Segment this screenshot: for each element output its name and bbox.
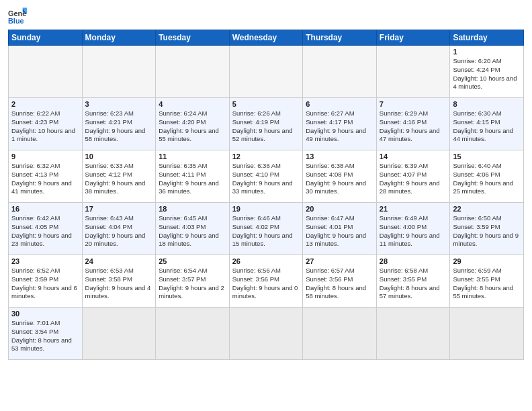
day-info: Sunrise: 6:50 AM Sunset: 3:59 PM Dayligh…	[453, 214, 521, 248]
calendar-day-empty	[229, 46, 303, 98]
day-number: 18	[159, 205, 226, 213]
day-number: 16	[11, 205, 79, 213]
day-info: Sunrise: 7:01 AM Sunset: 3:54 PM Dayligh…	[11, 319, 79, 353]
calendar-week-row: 23Sunrise: 6:52 AM Sunset: 3:59 PM Dayli…	[9, 255, 524, 308]
calendar-day-15: 15Sunrise: 6:40 AM Sunset: 4:06 PM Dayli…	[450, 150, 524, 203]
calendar-day-3: 3Sunrise: 6:23 AM Sunset: 4:21 PM Daylig…	[82, 98, 156, 150]
day-info: Sunrise: 6:42 AM Sunset: 4:05 PM Dayligh…	[11, 214, 79, 248]
calendar-day-empty	[229, 308, 303, 360]
day-info: Sunrise: 6:32 AM Sunset: 4:13 PM Dayligh…	[11, 162, 79, 196]
weekday-header-friday: Friday	[376, 30, 450, 46]
day-info: Sunrise: 6:20 AM Sunset: 4:24 PM Dayligh…	[453, 57, 521, 91]
day-number: 23	[11, 257, 79, 265]
day-number: 6	[306, 100, 373, 108]
calendar-day-18: 18Sunrise: 6:45 AM Sunset: 4:03 PM Dayli…	[156, 203, 230, 255]
calendar-day-17: 17Sunrise: 6:43 AM Sunset: 4:04 PM Dayli…	[82, 203, 156, 255]
calendar-day-empty	[156, 46, 230, 98]
day-info: Sunrise: 6:27 AM Sunset: 4:17 PM Dayligh…	[306, 109, 373, 144]
svg-text:Blue: Blue	[8, 17, 24, 25]
day-number: 21	[380, 205, 447, 213]
calendar-day-empty	[82, 46, 156, 98]
weekday-header-saturday: Saturday	[450, 30, 524, 46]
calendar-day-25: 25Sunrise: 6:54 AM Sunset: 3:57 PM Dayli…	[156, 255, 230, 308]
day-info: Sunrise: 6:23 AM Sunset: 4:21 PM Dayligh…	[85, 109, 153, 144]
calendar-day-empty	[156, 308, 230, 360]
calendar-day-empty	[9, 46, 83, 98]
day-number: 22	[453, 205, 521, 213]
day-number: 28	[380, 257, 447, 265]
day-number: 13	[306, 152, 373, 161]
day-number: 3	[85, 100, 153, 108]
day-info: Sunrise: 6:54 AM Sunset: 3:57 PM Dayligh…	[159, 267, 226, 301]
day-number: 25	[159, 257, 226, 265]
day-info: Sunrise: 6:46 AM Sunset: 4:02 PM Dayligh…	[232, 214, 300, 248]
calendar-day-9: 9Sunrise: 6:32 AM Sunset: 4:13 PM Daylig…	[9, 150, 83, 203]
calendar-day-22: 22Sunrise: 6:50 AM Sunset: 3:59 PM Dayli…	[450, 203, 524, 255]
calendar-day-19: 19Sunrise: 6:46 AM Sunset: 4:02 PM Dayli…	[229, 203, 303, 255]
day-number: 5	[232, 100, 300, 108]
day-info: Sunrise: 6:40 AM Sunset: 4:06 PM Dayligh…	[453, 162, 521, 196]
logo: General Blue	[8, 7, 30, 26]
calendar-day-27: 27Sunrise: 6:57 AM Sunset: 3:56 PM Dayli…	[303, 255, 377, 308]
calendar-day-23: 23Sunrise: 6:52 AM Sunset: 3:59 PM Dayli…	[9, 255, 83, 308]
calendar-day-21: 21Sunrise: 6:49 AM Sunset: 4:00 PM Dayli…	[376, 203, 450, 255]
calendar-day-empty	[450, 308, 524, 360]
day-info: Sunrise: 6:39 AM Sunset: 4:07 PM Dayligh…	[380, 162, 447, 196]
weekday-header-sunday: Sunday	[9, 30, 83, 46]
header: General Blue	[8, 7, 524, 26]
day-number: 14	[380, 152, 447, 161]
calendar-day-12: 12Sunrise: 6:36 AM Sunset: 4:10 PM Dayli…	[229, 150, 303, 203]
day-info: Sunrise: 6:26 AM Sunset: 4:19 PM Dayligh…	[232, 109, 300, 144]
day-info: Sunrise: 6:58 AM Sunset: 3:55 PM Dayligh…	[380, 267, 447, 301]
calendar-day-empty	[376, 308, 450, 360]
calendar-day-20: 20Sunrise: 6:47 AM Sunset: 4:01 PM Dayli…	[303, 203, 377, 255]
day-number: 29	[453, 257, 521, 265]
calendar-day-1: 1Sunrise: 6:20 AM Sunset: 4:24 PM Daylig…	[450, 46, 524, 98]
day-number: 17	[85, 205, 153, 213]
calendar-table: SundayMondayTuesdayWednesdayThursdayFrid…	[8, 30, 524, 360]
day-number: 19	[232, 205, 300, 213]
day-info: Sunrise: 6:35 AM Sunset: 4:11 PM Dayligh…	[159, 162, 226, 196]
day-info: Sunrise: 6:49 AM Sunset: 4:00 PM Dayligh…	[380, 214, 447, 248]
day-number: 24	[85, 257, 153, 265]
day-number: 27	[306, 257, 373, 265]
calendar-header-row: SundayMondayTuesdayWednesdayThursdayFrid…	[9, 30, 524, 46]
day-info: Sunrise: 6:57 AM Sunset: 3:56 PM Dayligh…	[306, 267, 373, 301]
page: General Blue SundayMondayTuesdayWednesda…	[0, 0, 532, 411]
day-info: Sunrise: 6:24 AM Sunset: 4:20 PM Dayligh…	[159, 109, 226, 144]
calendar-day-empty	[303, 308, 377, 360]
day-info: Sunrise: 6:59 AM Sunset: 3:55 PM Dayligh…	[453, 267, 521, 301]
calendar-day-7: 7Sunrise: 6:29 AM Sunset: 4:16 PM Daylig…	[376, 98, 450, 150]
day-number: 9	[11, 152, 79, 161]
calendar-day-29: 29Sunrise: 6:59 AM Sunset: 3:55 PM Dayli…	[450, 255, 524, 308]
day-number: 11	[159, 152, 226, 161]
day-info: Sunrise: 6:53 AM Sunset: 3:58 PM Dayligh…	[85, 267, 153, 301]
day-number: 2	[11, 100, 79, 108]
day-number: 30	[11, 310, 79, 318]
calendar-day-14: 14Sunrise: 6:39 AM Sunset: 4:07 PM Dayli…	[376, 150, 450, 203]
calendar-day-10: 10Sunrise: 6:33 AM Sunset: 4:12 PM Dayli…	[82, 150, 156, 203]
day-info: Sunrise: 6:38 AM Sunset: 4:08 PM Dayligh…	[306, 162, 373, 196]
calendar-day-2: 2Sunrise: 6:22 AM Sunset: 4:23 PM Daylig…	[9, 98, 83, 150]
day-number: 12	[232, 152, 300, 161]
day-number: 7	[380, 100, 447, 108]
day-info: Sunrise: 6:33 AM Sunset: 4:12 PM Dayligh…	[85, 162, 153, 196]
weekday-header-thursday: Thursday	[303, 30, 377, 46]
calendar-week-row: 30Sunrise: 7:01 AM Sunset: 3:54 PM Dayli…	[9, 308, 524, 360]
weekday-header-tuesday: Tuesday	[156, 30, 230, 46]
calendar-day-empty	[303, 46, 377, 98]
day-number: 10	[85, 152, 153, 161]
day-number: 8	[453, 100, 521, 108]
day-info: Sunrise: 6:52 AM Sunset: 3:59 PM Dayligh…	[11, 267, 79, 301]
day-info: Sunrise: 6:36 AM Sunset: 4:10 PM Dayligh…	[232, 162, 300, 196]
day-number: 1	[453, 48, 521, 56]
calendar-day-8: 8Sunrise: 6:30 AM Sunset: 4:15 PM Daylig…	[450, 98, 524, 150]
calendar-week-row: 16Sunrise: 6:42 AM Sunset: 4:05 PM Dayli…	[9, 203, 524, 255]
weekday-header-wednesday: Wednesday	[229, 30, 303, 46]
logo-icon: General Blue	[8, 7, 27, 26]
calendar-day-26: 26Sunrise: 6:56 AM Sunset: 3:56 PM Dayli…	[229, 255, 303, 308]
day-number: 15	[453, 152, 521, 161]
day-info: Sunrise: 6:45 AM Sunset: 4:03 PM Dayligh…	[159, 214, 226, 248]
calendar-day-6: 6Sunrise: 6:27 AM Sunset: 4:17 PM Daylig…	[303, 98, 377, 150]
calendar-week-row: 1Sunrise: 6:20 AM Sunset: 4:24 PM Daylig…	[9, 46, 524, 98]
